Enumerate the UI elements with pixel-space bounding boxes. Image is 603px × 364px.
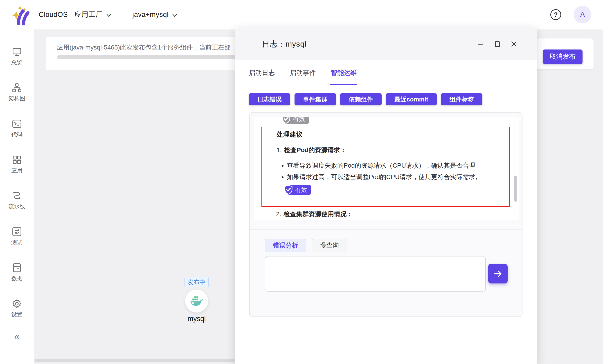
- docker-whale-icon: [190, 296, 204, 307]
- log-dialog: 日志：mysql 启动日志 启动事件 智能运维 日志错误 事件集群 依赖组件 最…: [235, 28, 537, 364]
- sidebar-item-code[interactable]: 代码: [0, 119, 34, 138]
- dialog-header: 日志：mysql: [235, 28, 537, 60]
- sidebar-item-architecture[interactable]: 架构图: [0, 83, 34, 102]
- valid-badge-text: 有效: [295, 186, 307, 194]
- bullet-item: 如果请求过高，可以适当调整Pod的CPU请求，使其更符合实际需求。: [287, 172, 500, 182]
- server-icon: [12, 262, 22, 273]
- cloudos-logo-icon: [12, 4, 32, 25]
- sidebar-item-pipeline[interactable]: 流水线: [0, 191, 34, 210]
- maximize-icon[interactable]: [494, 41, 501, 47]
- project-title: java+mysql: [132, 11, 169, 19]
- send-button[interactable]: [488, 264, 508, 284]
- item-number: 1.: [277, 147, 282, 153]
- recent-commit-button[interactable]: 最近commit: [386, 93, 437, 105]
- avatar-letter: A: [580, 10, 585, 19]
- cancel-publish-card: 取消发布: [536, 38, 593, 69]
- monitor-icon: [12, 46, 22, 57]
- sidebar-item-settings[interactable]: 设置: [0, 298, 34, 318]
- recommendation-bullets: 查看导致调度失败的Pod的资源请求（CPU请求），确认其是否合理。 如果请求过高…: [287, 160, 500, 182]
- cancel-publish-button[interactable]: 取消发布: [543, 49, 582, 64]
- tab-startup-events[interactable]: 启动事件: [289, 64, 316, 85]
- sidebar-item-label: 测试: [11, 239, 23, 246]
- sidebar-item-test[interactable]: 测试: [0, 227, 34, 246]
- error-analysis-chip[interactable]: 错误分析: [265, 239, 306, 252]
- event-cluster-button[interactable]: 事件集群: [294, 93, 336, 105]
- grid-icon: [12, 155, 22, 165]
- item-title: 检查集群资源使用情况：: [283, 211, 353, 217]
- sitemap-icon: [12, 83, 22, 93]
- dialog-tabs: 启动日志 启动事件 智能运维: [248, 64, 524, 85]
- valid-badge-purple: 有效: [287, 185, 311, 195]
- brand-title: CloudOS - 应用工厂: [39, 10, 103, 19]
- deploy-notification-text: 应用(java-mysql-5465)此次发布包含1个服务组件，当前正在部: [57, 43, 231, 52]
- item-number: 2.: [276, 211, 281, 217]
- vertical-scrollbar-thumb[interactable]: [514, 176, 517, 202]
- workspace-switcher[interactable]: CloudOS - 应用工厂: [39, 10, 112, 19]
- component-tags-button[interactable]: 组件标签: [441, 93, 482, 105]
- gear-icon: [12, 298, 22, 309]
- tab-startup-log[interactable]: 启动日志: [248, 64, 275, 85]
- log-errors-button[interactable]: 日志错误: [249, 93, 290, 105]
- help-icon[interactable]: ?: [550, 9, 561, 20]
- sidebar-item-label: 代码: [11, 131, 23, 138]
- shield-check-icon: [283, 184, 294, 195]
- analysis-panel: 有效 处理建议 1.检查Pod的资源请求： 查看导致调度失败的Pod的资源请求（…: [249, 113, 522, 317]
- panel-divider: [250, 229, 522, 230]
- project-switcher[interactable]: java+mysql: [132, 11, 177, 19]
- sidebar-item-label: 总览: [11, 59, 23, 66]
- sidebar-item-label: 数据: [11, 275, 23, 282]
- pipeline-icon: [12, 191, 22, 201]
- top-bar: CloudOS - 应用工厂 java+mysql ? A: [0, 0, 603, 29]
- sidebar-collapse-icon[interactable]: «: [0, 331, 34, 342]
- bullet-item: 查看导致调度失败的Pod的资源请求（CPU请求），确认其是否合理。: [287, 160, 500, 171]
- canvas-horizontal-scrollbar[interactable]: [35, 359, 235, 362]
- slow-query-chip[interactable]: 慢查询: [312, 239, 347, 252]
- analysis-scroll-area[interactable]: 有效 处理建议 1.检查Pod的资源请求： 查看导致调度失败的Pod的资源请求（…: [254, 117, 519, 220]
- sidebar-item-overview[interactable]: 总览: [0, 46, 34, 66]
- shield-check-icon: [281, 117, 292, 124]
- recommendation-item-1: 1.检查Pod的资源请求：: [277, 146, 500, 154]
- mysql-node[interactable]: [185, 290, 208, 312]
- recommendation-title: 处理建议: [277, 130, 500, 139]
- close-icon[interactable]: [510, 41, 517, 47]
- recommendation-highlight-box: 处理建议 1.检查Pod的资源请求： 查看导致调度失败的Pod的资源请求（CPU…: [261, 127, 510, 207]
- valid-badge-text: 有效: [293, 117, 305, 123]
- chevron-down-icon: [106, 13, 112, 17]
- analysis-input[interactable]: [265, 256, 486, 292]
- application-window: CloudOS - 应用工厂 java+mysql ? A 总览: [0, 0, 603, 364]
- sidebar-item-label: 架构图: [9, 95, 25, 102]
- top-bar-actions: ? A: [550, 6, 591, 23]
- dialog-title: 日志：mysql: [262, 39, 307, 49]
- node-status-badge: 发布中: [185, 277, 209, 287]
- analysis-action-buttons: 日志错误 事件集群 依赖组件 最近commit 组件标签: [249, 93, 482, 105]
- sidebar-item-apps[interactable]: 应用: [0, 155, 34, 174]
- valid-badge-gray: 有效: [285, 117, 309, 124]
- item-title: 检查Pod的资源请求：: [284, 147, 346, 153]
- sidebar-item-label: 应用: [11, 167, 23, 174]
- sidebar-item-label: 设置: [11, 311, 23, 318]
- node-status-text: 发布中: [188, 278, 205, 286]
- minimize-icon[interactable]: [477, 41, 484, 47]
- avatar[interactable]: A: [574, 6, 591, 23]
- terminal-icon: [12, 119, 22, 129]
- analysis-mode-chips: 错误分析 慢查询: [265, 239, 347, 252]
- help-glyph: ?: [554, 11, 557, 18]
- tab-smart-ops[interactable]: 智能运维: [330, 64, 357, 85]
- sidebar-item-label: 流水线: [9, 203, 25, 210]
- node-name-label: mysql: [174, 315, 219, 323]
- dependencies-button[interactable]: 依赖组件: [340, 93, 382, 105]
- recommendation-item-2: 2.检查集群资源使用情况：: [276, 210, 353, 218]
- arrow-right-icon: [493, 269, 503, 279]
- window-controls: [477, 41, 517, 47]
- test-cycle-icon: [12, 227, 22, 237]
- sidebar-item-data[interactable]: 数据: [0, 262, 34, 282]
- chevron-down-icon: [172, 13, 177, 17]
- sidebar: 总览 架构图 代码 应用: [0, 29, 34, 364]
